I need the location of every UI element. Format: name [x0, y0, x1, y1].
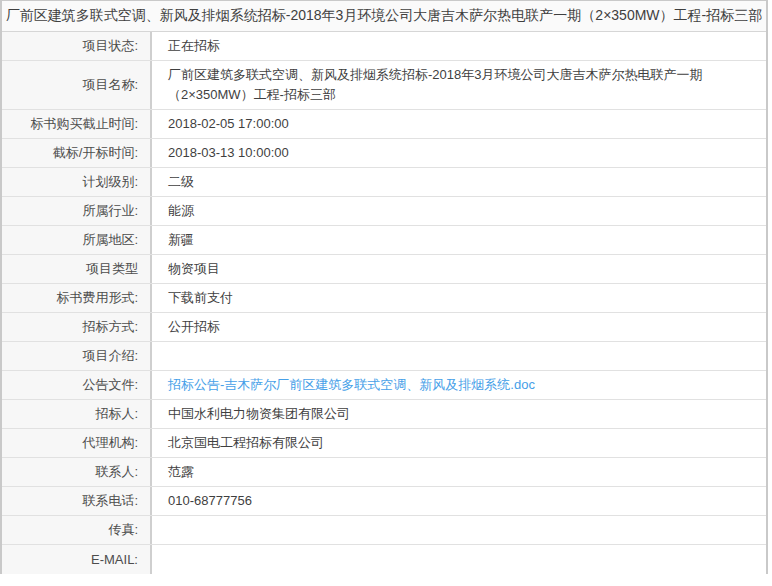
- bid-method-label: 招标方式:: [2, 313, 152, 341]
- row-project-intro: 项目介绍:: [2, 342, 766, 371]
- row-plan-level: 计划级别: 二级: [2, 168, 766, 197]
- project-name-value: 厂前区建筑多联式空调、新风及排烟系统招标-2018年3月环境公司大唐吉木萨尔热电…: [152, 61, 766, 109]
- row-doc-purchase-deadline: 标书购买截止时间: 2018-02-05 17:00:00: [2, 110, 766, 139]
- fax-value: [152, 516, 766, 544]
- doc-purchase-deadline-value: 2018-02-05 17:00:00: [152, 110, 766, 138]
- contact-phone-label: 联系电话:: [2, 487, 152, 515]
- page-title: 厂前区建筑多联式空调、新风及排烟系统招标-2018年3月环境公司大唐吉木萨尔热电…: [2, 1, 766, 32]
- doc-fee-form-label: 标书费用形式:: [2, 284, 152, 312]
- doc-purchase-deadline-label: 标书购买截止时间:: [2, 110, 152, 138]
- row-tenderer: 招标人: 中国水利电力物资集团有限公司: [2, 400, 766, 429]
- row-email: E-MAIL:: [2, 545, 766, 574]
- tenderer-label: 招标人:: [2, 400, 152, 428]
- agency-value: 北京国电工程招标有限公司: [152, 429, 766, 457]
- project-intro-value: [152, 342, 766, 370]
- project-status-value: 正在招标: [152, 32, 766, 60]
- contact-person-value: 范露: [152, 458, 766, 486]
- bid-open-time-label: 截标/开标时间:: [2, 139, 152, 167]
- email-label: E-MAIL:: [2, 545, 152, 574]
- project-type-value: 物资项目: [152, 255, 766, 283]
- project-type-label: 项目类型: [2, 255, 152, 283]
- table-body: 项目状态: 正在招标 项目名称: 厂前区建筑多联式空调、新风及排烟系统招标-20…: [2, 32, 766, 574]
- row-project-status: 项目状态: 正在招标: [2, 32, 766, 61]
- region-label: 所属地区:: [2, 226, 152, 254]
- fax-label: 传真:: [2, 516, 152, 544]
- row-bid-open-time: 截标/开标时间: 2018-03-13 10:00:00: [2, 139, 766, 168]
- tenderer-value: 中国水利电力物资集团有限公司: [152, 400, 766, 428]
- row-agency: 代理机构: 北京国电工程招标有限公司: [2, 429, 766, 458]
- industry-label: 所属行业:: [2, 197, 152, 225]
- plan-level-value: 二级: [152, 168, 766, 196]
- row-announcement-file: 公告文件: 招标公告-吉木萨尔厂前区建筑多联式空调、新风及排烟系统.doc: [2, 371, 766, 400]
- contact-person-label: 联系人:: [2, 458, 152, 486]
- doc-fee-form-value: 下载前支付: [152, 284, 766, 312]
- email-value: [152, 545, 766, 574]
- project-status-label: 项目状态:: [2, 32, 152, 60]
- region-value: 新疆: [152, 226, 766, 254]
- announcement-file-label: 公告文件:: [2, 371, 152, 399]
- contact-phone-value: 010-68777756: [152, 487, 766, 515]
- row-fax: 传真:: [2, 516, 766, 545]
- row-region: 所属地区: 新疆: [2, 226, 766, 255]
- project-intro-label: 项目介绍:: [2, 342, 152, 370]
- row-doc-fee-form: 标书费用形式: 下载前支付: [2, 284, 766, 313]
- row-project-name: 项目名称: 厂前区建筑多联式空调、新风及排烟系统招标-2018年3月环境公司大唐…: [2, 61, 766, 110]
- row-project-type: 项目类型 物资项目: [2, 255, 766, 284]
- project-name-label: 项目名称:: [2, 61, 152, 109]
- bid-open-time-value: 2018-03-13 10:00:00: [152, 139, 766, 167]
- row-industry: 所属行业: 能源: [2, 197, 766, 226]
- announcement-file-link[interactable]: 招标公告-吉木萨尔厂前区建筑多联式空调、新风及排烟系统.doc: [152, 371, 766, 399]
- row-contact-phone: 联系电话: 010-68777756: [2, 487, 766, 516]
- row-contact-person: 联系人: 范露: [2, 458, 766, 487]
- tender-detail-table: 厂前区建筑多联式空调、新风及排烟系统招标-2018年3月环境公司大唐吉木萨尔热电…: [0, 0, 768, 574]
- bid-method-value: 公开招标: [152, 313, 766, 341]
- industry-value: 能源: [152, 197, 766, 225]
- agency-label: 代理机构:: [2, 429, 152, 457]
- row-bid-method: 招标方式: 公开招标: [2, 313, 766, 342]
- plan-level-label: 计划级别:: [2, 168, 152, 196]
